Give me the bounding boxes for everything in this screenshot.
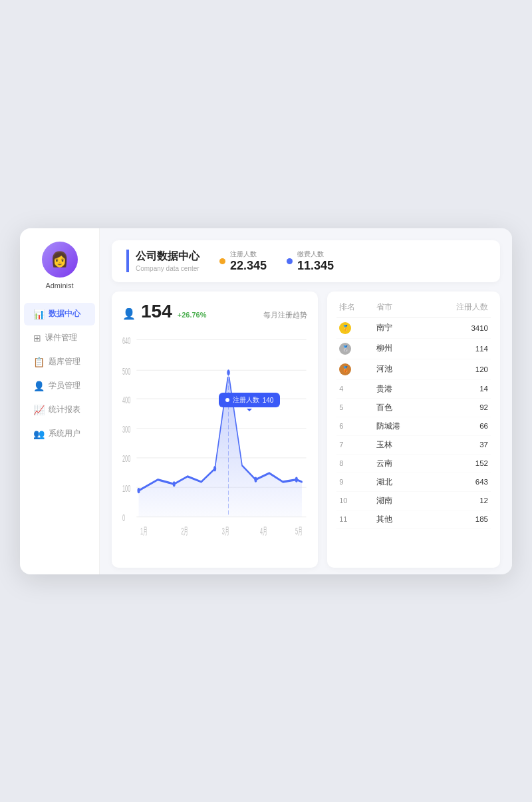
table-panel: 排名 省市 注册人数 🥇 南宁 3410 🥈 柳州 114 🥉 河池 120 bbox=[327, 292, 500, 568]
sidebar-item-question-mgmt[interactable]: 📋 题库管理 bbox=[24, 351, 95, 373]
question-icon: 📋 bbox=[33, 357, 45, 367]
system-icon: 👥 bbox=[33, 429, 45, 439]
user-icon: 👤 bbox=[122, 307, 136, 320]
page-subtitle: Company data center bbox=[136, 265, 200, 272]
ranking-table: 排名 省市 注册人数 🥇 南宁 3410 🥈 柳州 114 🥉 河池 120 bbox=[336, 300, 491, 529]
sidebar-item-student-mgmt[interactable]: 👤 学员管理 bbox=[24, 375, 95, 397]
registered-block: 注册人数 22.345 bbox=[230, 250, 267, 273]
col-city: 省市 bbox=[374, 300, 425, 318]
svg-point-19 bbox=[295, 477, 298, 482]
rank-number: 10 bbox=[339, 497, 347, 504]
cell-rank: 🥈 bbox=[336, 338, 374, 359]
data-center-icon: 📊 bbox=[33, 309, 45, 319]
stats-icon: 📈 bbox=[33, 405, 45, 415]
cell-rank: 5 bbox=[336, 398, 374, 417]
sidebar-item-label: 题库管理 bbox=[49, 357, 80, 367]
cell-rank: 7 bbox=[336, 435, 374, 454]
cell-rank: 🥇 bbox=[336, 317, 374, 338]
table-row: 🥉 河池 120 bbox=[336, 359, 491, 379]
stat-registered: 注册人数 22.345 bbox=[219, 250, 267, 273]
sidebar-item-stats-report[interactable]: 📈 统计报表 bbox=[24, 399, 95, 421]
table-row: 6 防城港 66 bbox=[336, 417, 491, 435]
table-row: 7 玉林 37 bbox=[336, 435, 491, 454]
svg-text:0: 0 bbox=[122, 512, 125, 522]
cell-city: 湖南 bbox=[374, 491, 425, 510]
admin-name: Administ bbox=[45, 282, 73, 290]
course-icon: ⊞ bbox=[33, 333, 41, 343]
cell-rank: 🥉 bbox=[336, 359, 374, 379]
cell-city: 南宁 bbox=[374, 317, 425, 338]
dashboard: 👩 Administ 📊 数据中心 ⊞ 课件管理 📋 题库管理 👤 学员管理 bbox=[20, 228, 512, 574]
sidebar-item-label: 课件管理 bbox=[45, 333, 77, 343]
sidebar-item-system-user[interactable]: 👥 系统用户 bbox=[24, 423, 95, 445]
rank-number: 4 bbox=[339, 385, 343, 393]
rank-badge-gold: 🥇 bbox=[339, 322, 351, 334]
chart-header: 👤 154 +26.76% 每月注册趋势 bbox=[122, 301, 307, 322]
cell-count: 14 bbox=[426, 379, 491, 398]
svg-text:100: 100 bbox=[122, 482, 131, 493]
svg-text:5月: 5月 bbox=[295, 524, 303, 535]
cell-count: 92 bbox=[426, 398, 491, 417]
table-row: 4 贵港 14 bbox=[336, 379, 491, 398]
paid-block: 缴费人数 11.345 bbox=[297, 250, 334, 273]
header-title-block: 公司数据中心 Company data center bbox=[126, 250, 200, 272]
col-count: 注册人数 bbox=[426, 300, 491, 318]
svg-text:3月: 3月 bbox=[222, 524, 230, 535]
registered-dot bbox=[219, 258, 225, 264]
line-chart-svg: 640 500 400 300 200 100 0 bbox=[122, 329, 307, 558]
rank-number: 9 bbox=[339, 478, 343, 486]
cell-count: 643 bbox=[426, 473, 491, 491]
rank-number: 6 bbox=[339, 422, 343, 430]
svg-text:4月: 4月 bbox=[260, 524, 268, 535]
rank-number: 11 bbox=[339, 515, 347, 523]
svg-text:300: 300 bbox=[122, 423, 131, 434]
cell-city: 云南 bbox=[374, 454, 425, 473]
chart-title: 每月注册趋势 bbox=[263, 310, 307, 320]
cell-city: 玉林 bbox=[374, 435, 425, 454]
chart-main-number: 154 bbox=[141, 301, 172, 322]
svg-text:200: 200 bbox=[122, 453, 131, 463]
svg-point-18 bbox=[254, 477, 257, 482]
table-row: 🥇 南宁 3410 bbox=[336, 317, 491, 338]
rank-badge-bronze: 🥉 bbox=[339, 363, 351, 375]
rank-badge-silver: 🥈 bbox=[339, 343, 351, 355]
panels: 👤 154 +26.76% 每月注册趋势 注册人数 140 bbox=[112, 292, 500, 568]
svg-text:640: 640 bbox=[122, 335, 131, 345]
table-row: 11 其他 185 bbox=[336, 510, 491, 528]
chart-panel: 👤 154 +26.76% 每月注册趋势 注册人数 140 bbox=[112, 292, 318, 568]
cell-rank: 4 bbox=[336, 379, 374, 398]
svg-point-16 bbox=[213, 466, 216, 471]
cell-count: 3410 bbox=[426, 317, 491, 338]
cell-city: 河池 bbox=[374, 359, 425, 379]
cell-rank: 11 bbox=[336, 510, 374, 528]
stat-paid: 缴费人数 11.345 bbox=[287, 250, 334, 273]
cell-rank: 9 bbox=[336, 473, 374, 491]
sidebar-item-data-center[interactable]: 📊 数据中心 bbox=[24, 303, 95, 325]
cell-rank: 6 bbox=[336, 417, 374, 435]
rank-number: 5 bbox=[339, 403, 343, 411]
svg-text:400: 400 bbox=[122, 393, 131, 404]
rank-number: 8 bbox=[339, 459, 343, 467]
sidebar-item-label: 数据中心 bbox=[49, 309, 80, 319]
table-row: 8 云南 152 bbox=[336, 454, 491, 473]
cell-count: 185 bbox=[426, 510, 491, 528]
cell-rank: 10 bbox=[336, 491, 374, 510]
svg-point-15 bbox=[173, 481, 176, 487]
paid-dot bbox=[287, 258, 293, 264]
table-body: 🥇 南宁 3410 🥈 柳州 114 🥉 河池 120 4 贵港 14 5 百色… bbox=[336, 317, 491, 528]
page-title: 公司数据中心 bbox=[136, 250, 200, 264]
table-row: 5 百色 92 bbox=[336, 398, 491, 417]
cell-city: 柳州 bbox=[374, 338, 425, 359]
cell-city: 防城港 bbox=[374, 417, 425, 435]
rank-number: 7 bbox=[339, 441, 343, 449]
col-rank: 排名 bbox=[336, 300, 374, 318]
cell-count: 37 bbox=[426, 435, 491, 454]
registered-label: 注册人数 bbox=[230, 250, 267, 259]
cell-city: 百色 bbox=[374, 398, 425, 417]
paid-label: 缴费人数 bbox=[297, 250, 334, 259]
sidebar-item-label: 系统用户 bbox=[49, 429, 80, 439]
chart-stats: 👤 154 +26.76% bbox=[122, 301, 206, 322]
chart-area: 注册人数 140 640 500 400 300 200 100 0 bbox=[122, 329, 307, 558]
sidebar-item-course-mgmt[interactable]: ⊞ 课件管理 bbox=[24, 327, 95, 349]
cell-count: 152 bbox=[426, 454, 491, 473]
